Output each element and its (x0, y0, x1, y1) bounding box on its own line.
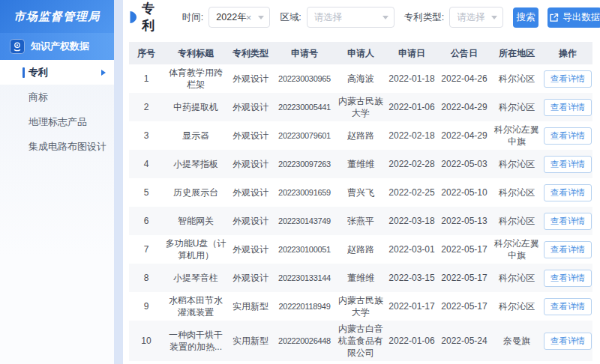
sidebar-section-label: 知识产权数据 (31, 40, 89, 53)
active-indicator (22, 67, 25, 78)
cell-application-no: 202230030965 (273, 64, 336, 93)
sidebar-item-ic-layout-design[interactable]: 集成电路布图设计 (0, 134, 114, 159)
cell-patent-title: 智能网关 (164, 207, 228, 235)
cell-publish-date: 2022-05-17 (438, 264, 490, 292)
cell-patent-type: 实用新型 (228, 292, 273, 321)
app-window: 市场监督管理局 知识产权数据 专利 商标 地理标 (0, 0, 600, 364)
export-icon (549, 13, 559, 22)
caret-down-icon (491, 16, 497, 19)
main-content: 专利 时间: 2022年 × 区域: 请选择 专利类型: 请选 (123, 0, 600, 364)
caret-down-icon (382, 16, 388, 19)
cell-application-no: 202230079601 (273, 121, 336, 150)
cell-action: 查看详情 (543, 64, 592, 93)
cell-application-no: 202230091659 (273, 178, 336, 207)
cell-action: 查看详情 (543, 93, 592, 121)
table-row: 7 多功能U盘（计算机用） 外观设计 202230100051 赵路路 2022… (129, 235, 592, 264)
cell-patent-title: 小提琴音柱 (164, 264, 228, 292)
cell-action: 查看详情 (543, 321, 592, 361)
column-header-patent-type: 专利类型 (228, 42, 273, 64)
cell-publish-date: 2022-05-13 (438, 207, 490, 235)
sidebar-item-label: 商标 (28, 91, 48, 104)
cell-patent-title: 水稻本田节水灌溉装置 (164, 292, 228, 321)
cell-apply-date: 2022-03-18 (386, 207, 438, 235)
cell-applicant: 董维维 (336, 264, 386, 292)
toolbar: 专利 时间: 2022年 × 区域: 请选择 专利类型: 请选 (126, 0, 600, 34)
cell-region: 科尔沁区 (490, 292, 543, 321)
ip-data-icon (10, 39, 25, 54)
cell-publish-date: 2022-05-17 (438, 235, 490, 264)
filter-label-time: 时间: (182, 11, 203, 24)
sidebar-section-ip-data[interactable]: 知识产权数据 (0, 33, 114, 60)
table-header-row: 序号 专利标题 专利类型 申请号 申请人 申请日 公告日 所在地区 操作 (129, 42, 592, 64)
cell-applicant: 高海波 (336, 64, 386, 93)
cell-region: 奈曼旗 (490, 321, 543, 361)
view-details-button[interactable]: 查看详情 (544, 241, 592, 258)
cell-apply-date: 2022-03-01 (386, 235, 438, 264)
cell-apply-date: 2022-01-18 (386, 64, 438, 93)
table-row: 1 体育教学用跨栏架 外观设计 202230030965 高海波 2022-01… (129, 64, 592, 93)
export-button[interactable]: 导出数据 (548, 7, 600, 28)
cell-region: 科尔沁区 (490, 178, 543, 207)
clear-icon[interactable]: × (246, 13, 252, 22)
sidebar-item-geo-indication-product[interactable]: 地理标志产品 (0, 109, 114, 134)
patent-table: 序号 专利标题 专利类型 申请号 申请人 申请日 公告日 所在地区 操作 1 体… (129, 42, 592, 361)
cell-apply-date: 2022-01-06 (386, 321, 438, 361)
cell-publish-date: 2022-05-03 (438, 150, 490, 178)
cell-patent-type: 外观设计 (228, 121, 273, 150)
search-button[interactable]: 搜索 (513, 7, 538, 28)
cell-applicant: 张燕平 (336, 207, 386, 235)
table-body: 1 体育教学用跨栏架 外观设计 202230030965 高海波 2022-01… (129, 64, 592, 361)
sidebar-item-trademark[interactable]: 商标 (0, 85, 114, 109)
cell-applicant: 内蒙古民族大学 (336, 93, 386, 121)
app-title: 市场监督管理局 (0, 0, 114, 33)
cell-index: 6 (129, 207, 164, 235)
cell-apply-date: 2022-02-18 (386, 121, 438, 150)
cell-application-no: 202230143749 (273, 207, 336, 235)
sidebar-item-patent[interactable]: 专利 (0, 60, 114, 85)
time-select[interactable]: 2022年 × (208, 7, 270, 28)
cell-patent-title: 多功能U盘（计算机用） (164, 235, 228, 264)
filter-group-region: 区域: 请选择 (280, 7, 394, 28)
cell-apply-date: 2022-01-06 (386, 93, 438, 121)
filter-label-region: 区域: (280, 11, 301, 24)
cell-region: 科尔沁区 (490, 264, 543, 292)
table-row: 4 小提琴指板 外观设计 202230097263 董维维 2022-02-28… (129, 150, 592, 178)
view-details-button[interactable]: 查看详情 (544, 184, 592, 201)
cell-apply-date: 2022-02-25 (386, 178, 438, 207)
cell-publish-date: 2022-04-29 (438, 93, 490, 121)
sidebar-menu: 专利 商标 地理标志产品 集成电路布图设计 (0, 60, 114, 159)
cell-patent-type: 外观设计 (228, 235, 273, 264)
column-header-action: 操作 (543, 42, 592, 64)
patent-type-select[interactable]: 请选择 (449, 7, 503, 28)
cell-application-no: 202230133144 (273, 264, 336, 292)
region-select-placeholder: 请选择 (314, 11, 343, 24)
cell-publish-date: 2022-05-24 (438, 321, 490, 361)
view-details-button[interactable]: 查看详情 (544, 333, 592, 350)
view-details-button[interactable]: 查看详情 (544, 99, 592, 116)
cell-publish-date: 2022-04-26 (438, 64, 490, 93)
cell-index: 8 (129, 264, 164, 292)
cell-applicant: 曹兴飞 (336, 178, 386, 207)
cell-application-no: 202220118949 (273, 292, 336, 321)
title-marker-icon (129, 10, 137, 24)
sidebar: 市场监督管理局 知识产权数据 专利 商标 地理标 (0, 0, 114, 364)
table-row: 8 小提琴音柱 外观设计 202230133144 董维维 2022-03-15… (129, 264, 592, 292)
cell-applicant: 内蒙古白音杭盖食品有限公司 (336, 321, 386, 361)
cell-action: 查看详情 (543, 235, 592, 264)
view-details-button[interactable]: 查看详情 (544, 127, 592, 145)
cell-patent-type: 外观设计 (228, 178, 273, 207)
cell-patent-title: 中药提取机 (164, 93, 228, 121)
cell-patent-title: 体育教学用跨栏架 (164, 64, 228, 93)
view-details-button[interactable]: 查看详情 (544, 270, 592, 287)
cell-apply-date: 2022-02-28 (386, 150, 438, 178)
view-details-button[interactable]: 查看详情 (544, 213, 592, 230)
region-select[interactable]: 请选择 (307, 7, 394, 28)
view-details-button[interactable]: 查看详情 (544, 156, 592, 173)
sidebar-divider (114, 0, 123, 364)
cell-action: 查看详情 (543, 150, 592, 178)
filter-group-time: 时间: 2022年 × (182, 7, 270, 28)
sidebar-item-label: 地理标志产品 (28, 115, 87, 129)
view-details-button[interactable]: 查看详情 (544, 298, 592, 315)
view-details-button[interactable]: 查看详情 (544, 70, 592, 88)
cell-patent-type: 外观设计 (228, 264, 273, 292)
